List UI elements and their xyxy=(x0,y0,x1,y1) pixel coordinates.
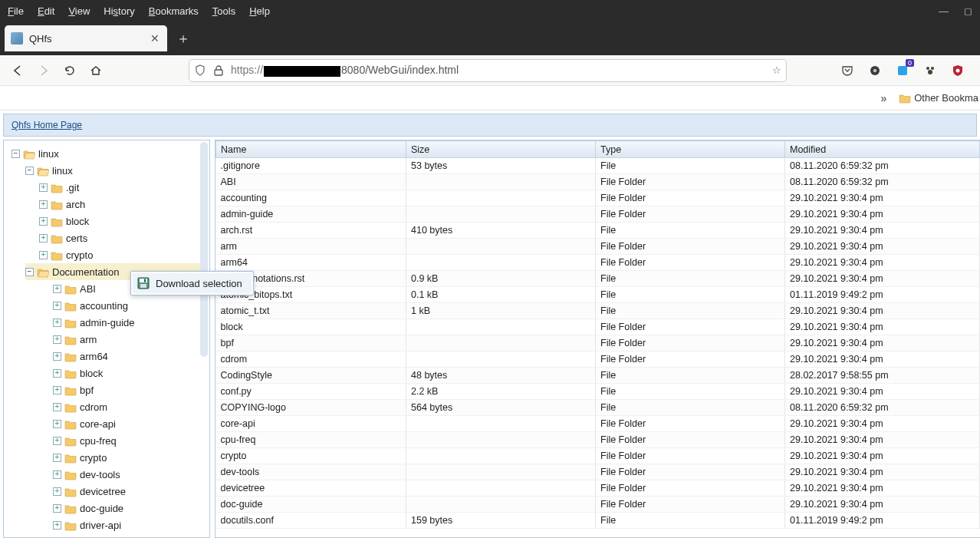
expand-icon[interactable]: + xyxy=(53,487,61,496)
table-row[interactable]: docutils.conf159 bytesFile01.11.2019 9:4… xyxy=(216,513,980,529)
table-row[interactable]: atomic_bitops.txt0.1 kBFile01.11.2019 9:… xyxy=(216,287,980,303)
tree-node-linux[interactable]: −linux xyxy=(12,145,208,162)
menu-tools[interactable]: Tools xyxy=(212,5,235,17)
tab-close-icon[interactable]: ✕ xyxy=(149,32,161,45)
table-row[interactable]: cdromFile Folder29.10.2021 9:30:4 pm xyxy=(216,352,980,368)
folder-tree-panel[interactable]: −linux −linux +.git+arch+block+certs+cry… xyxy=(3,140,210,538)
expand-icon[interactable]: + xyxy=(53,504,61,513)
table-row[interactable]: armFile Folder29.10.2021 9:30:4 pm xyxy=(216,239,980,255)
table-row[interactable]: accountingFile Folder29.10.2021 9:30:4 p… xyxy=(216,190,980,206)
table-row[interactable]: conf.py2.2 kBFile29.10.2021 9:30:4 pm xyxy=(216,384,980,400)
tree-node-cpufreq[interactable]: +cpu-freq xyxy=(53,432,208,449)
expand-icon[interactable]: + xyxy=(53,470,61,479)
bookmark-star-icon[interactable]: ☆ xyxy=(772,64,781,76)
tree-node-crypto[interactable]: +crypto xyxy=(39,246,208,263)
tree-node-arm64[interactable]: +arm64 xyxy=(53,348,208,365)
ublock-icon[interactable] xyxy=(951,64,965,78)
tree-node-driverapi[interactable]: +driver-api xyxy=(53,517,208,533)
expand-icon[interactable]: + xyxy=(53,437,61,445)
tree-node-accounting[interactable]: +accounting xyxy=(53,297,208,314)
tree-node-cdrom[interactable]: +cdrom xyxy=(53,398,208,415)
extension-blue-icon[interactable]: 0 xyxy=(896,64,909,78)
table-row[interactable]: ABIFile Folder08.11.2020 6:59:32 pm xyxy=(216,174,980,190)
menu-view[interactable]: View xyxy=(68,5,90,17)
menu-file[interactable]: File xyxy=(8,5,24,17)
tracking-shield-icon[interactable] xyxy=(194,64,206,77)
menu-bookmarks[interactable]: Bookmarks xyxy=(149,5,199,17)
collapse-icon[interactable]: − xyxy=(25,268,34,276)
lock-icon[interactable] xyxy=(212,64,225,77)
expand-icon[interactable]: + xyxy=(39,234,48,243)
tree-node-block[interactable]: +block xyxy=(39,213,208,229)
expand-icon[interactable]: + xyxy=(53,352,61,361)
expand-icon[interactable]: + xyxy=(39,251,48,259)
table-row[interactable]: blockFile Folder29.10.2021 9:30:4 pm xyxy=(216,319,980,335)
tree-node-certs[interactable]: +certs xyxy=(39,229,208,246)
menu-help[interactable]: Help xyxy=(249,5,270,17)
expand-icon[interactable]: + xyxy=(39,217,48,226)
expand-icon[interactable]: + xyxy=(53,319,61,327)
table-row[interactable]: COPYING-logo564 bytesFile08.11.2020 6:59… xyxy=(216,400,980,416)
tree-node-devicetree[interactable]: +devicetree xyxy=(53,483,208,500)
url-bar[interactable]: https://8080/WebGui/index.html ☆ xyxy=(189,59,787,82)
col-type[interactable]: Type xyxy=(596,141,785,158)
tree-node-devtools[interactable]: +dev-tools xyxy=(53,466,208,483)
expand-icon[interactable]: + xyxy=(53,285,61,293)
expand-icon[interactable]: + xyxy=(39,200,48,209)
table-row[interactable]: devicetreeFile Folder29.10.2021 9:30:4 p… xyxy=(216,480,980,497)
menu-history[interactable]: History xyxy=(104,5,134,17)
tree-node-adminguide[interactable]: +admin-guide xyxy=(53,314,208,331)
window-maximize-icon[interactable]: ◻ xyxy=(964,5,972,17)
nav-reload-button[interactable] xyxy=(60,61,80,81)
table-row[interactable]: .gitignore53 bytesFile08.11.2020 6:59:32… xyxy=(216,158,980,174)
menu-edit[interactable]: Edit xyxy=(38,5,54,17)
nav-back-button[interactable] xyxy=(8,61,28,81)
extension-dark-icon[interactable] xyxy=(868,64,882,78)
new-tab-button[interactable]: ＋ xyxy=(173,28,193,48)
expand-icon[interactable]: + xyxy=(53,335,61,344)
table-row[interactable]: arm64File Folder29.10.2021 9:30:4 pm xyxy=(216,255,980,271)
table-row[interactable]: dev-toolsFile Folder29.10.2021 9:30:4 pm xyxy=(216,464,980,480)
col-modified[interactable]: Modified xyxy=(785,141,980,158)
col-name[interactable]: Name xyxy=(216,141,406,158)
table-row[interactable]: core-apiFile Folder29.10.2021 9:30:4 pm xyxy=(216,416,980,432)
collapse-icon[interactable]: − xyxy=(25,167,34,175)
table-row[interactable]: arch.rst410 bytesFile29.10.2021 9:30:4 p… xyxy=(216,223,980,239)
col-size[interactable]: Size xyxy=(406,141,596,158)
pocket-icon[interactable] xyxy=(840,64,854,78)
expand-icon[interactable]: + xyxy=(53,369,61,378)
window-minimize-icon[interactable]: — xyxy=(939,5,949,17)
collapse-icon[interactable]: − xyxy=(12,150,20,158)
expand-icon[interactable]: + xyxy=(39,183,48,192)
table-row[interactable]: bpfFile Folder29.10.2021 9:30:4 pm xyxy=(216,335,980,352)
tree-node-docguide[interactable]: +doc-guide xyxy=(53,500,208,517)
table-row[interactable]: admin-guideFile Folder29.10.2021 9:30:4 … xyxy=(216,206,980,223)
file-grid-panel[interactable]: Name Size Type Modified .gitignore53 byt… xyxy=(215,140,980,538)
context-download-selection[interactable]: Download selection xyxy=(133,273,252,293)
table-row[interactable]: asm-annotations.rst0.9 kBFile29.10.2021 … xyxy=(216,271,980,287)
tree-node-arm[interactable]: +arm xyxy=(53,331,208,348)
table-row[interactable]: cryptoFile Folder29.10.2021 9:30:4 pm xyxy=(216,448,980,464)
table-row[interactable]: doc-guideFile Folder29.10.2021 9:30:4 pm xyxy=(216,497,980,513)
table-row[interactable]: CodingStyle48 bytesFile28.02.2017 9:58:5… xyxy=(216,368,980,384)
expand-icon[interactable]: + xyxy=(53,521,61,530)
tree-node-bpf[interactable]: +bpf xyxy=(53,381,208,398)
nav-home-button[interactable] xyxy=(86,61,106,81)
tree-node-linux-inner[interactable]: −linux xyxy=(25,162,208,179)
expand-icon[interactable]: + xyxy=(53,386,61,394)
bookbar-overflow-icon[interactable]: » xyxy=(880,92,886,104)
expand-icon[interactable]: + xyxy=(53,302,61,310)
nav-forward-button[interactable] xyxy=(34,61,54,81)
tree-node-crypto2[interactable]: +crypto xyxy=(53,449,208,466)
tab-qhfs[interactable]: QHfs ✕ xyxy=(5,25,167,51)
tree-node-git[interactable]: +.git xyxy=(39,179,208,196)
bookbar-other-folder[interactable]: Other Bookma xyxy=(894,92,980,104)
table-row[interactable]: cpu-freqFile Folder29.10.2021 9:30:4 pm xyxy=(216,432,980,448)
expand-icon[interactable]: + xyxy=(53,454,61,462)
tree-node-block2[interactable]: +block xyxy=(53,365,208,381)
tree-node-arch[interactable]: +arch xyxy=(39,196,208,213)
breadcrumb-home-link[interactable]: Qhfs Home Page xyxy=(12,120,82,130)
extension-paw-icon[interactable] xyxy=(923,64,937,78)
expand-icon[interactable]: + xyxy=(53,420,61,428)
tree-node-coreapi[interactable]: +core-api xyxy=(53,415,208,432)
